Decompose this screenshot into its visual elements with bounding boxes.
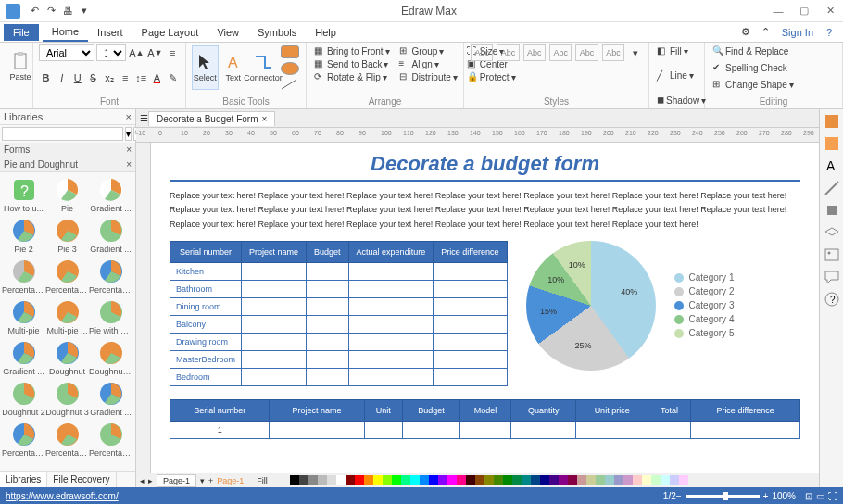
status-url[interactable]: https://www.edrawsoft.com/	[6, 491, 119, 501]
prev-page-icon[interactable]: ◂	[140, 476, 145, 485]
shape-item[interactable]: Gradient ...	[89, 215, 132, 256]
info-panel-icon[interactable]: ?	[824, 291, 840, 308]
color-swatch[interactable]	[336, 475, 346, 485]
comment-panel-icon[interactable]	[824, 269, 840, 285]
shape-item[interactable]: Gradient ...	[89, 174, 132, 215]
ellipse-shape[interactable]	[281, 62, 299, 75]
libraries-close-icon[interactable]: ×	[126, 111, 132, 122]
line-panel-icon[interactable]	[824, 180, 840, 196]
qat-more-icon[interactable]: ▾	[76, 3, 93, 19]
color-swatch[interactable]	[327, 475, 336, 485]
tab-help[interactable]: Help	[306, 24, 346, 41]
style-preset-4[interactable]: Abc	[549, 44, 572, 61]
color-palette[interactable]	[290, 475, 688, 486]
shape-item[interactable]: Pie 3	[45, 215, 89, 256]
doc-tab-close-icon[interactable]: ×	[262, 114, 268, 124]
style-preset-6[interactable]: Abc	[602, 44, 624, 61]
color-swatch[interactable]	[494, 475, 503, 485]
shape-item[interactable]: Pie with H...	[89, 296, 132, 337]
distribute-button[interactable]: ⊟Distribute ▾	[397, 70, 459, 83]
shape-item[interactable]: Doughnut ...	[89, 337, 132, 378]
style-preset-1[interactable]: Abc	[471, 44, 493, 61]
font-size-select[interactable]: 10	[96, 44, 126, 61]
shape-item[interactable]: Gradient ...	[2, 337, 45, 378]
line-shape[interactable]	[280, 78, 298, 91]
shape-item[interactable]: Percentag...	[45, 419, 89, 460]
zoom-slider[interactable]	[686, 495, 760, 498]
zoom-out-icon[interactable]: −	[676, 491, 682, 501]
align-button[interactable]: ≡Align ▾	[397, 57, 459, 70]
image-panel-icon[interactable]	[824, 246, 840, 263]
color-swatch[interactable]	[670, 475, 679, 485]
tab-home[interactable]: Home	[43, 23, 88, 42]
shape-item[interactable]: Percentag...	[89, 256, 132, 296]
color-swatch[interactable]	[531, 475, 540, 485]
color-swatch[interactable]	[401, 475, 410, 485]
table-row[interactable]: MasterBedroom	[170, 350, 508, 368]
rotate-flip-button[interactable]: ⟳Rotate & Flip ▾	[312, 70, 392, 83]
fit-width-icon[interactable]: ▭	[816, 491, 824, 501]
shape-item[interactable]: Multi-pie ...	[45, 296, 89, 337]
color-swatch[interactable]	[651, 475, 661, 485]
align-left-icon[interactable]: ≡	[119, 69, 132, 86]
color-swatch[interactable]	[623, 475, 633, 485]
color-swatch[interactable]	[429, 475, 438, 485]
shape-item[interactable]: Multi-pie	[2, 296, 45, 337]
table-row[interactable]: Kitchen	[170, 262, 508, 280]
sidebar-tab-recovery[interactable]: File Recovery	[47, 472, 116, 487]
color-swatch[interactable]	[392, 475, 401, 485]
fill-panel-icon[interactable]	[824, 135, 840, 152]
tab-page-layout[interactable]: Page Layout	[132, 24, 208, 41]
color-swatch[interactable]	[614, 475, 623, 485]
undo-icon[interactable]: ↶	[26, 3, 43, 19]
tab-view[interactable]: View	[208, 24, 248, 41]
select-tool[interactable]: Select	[192, 45, 219, 90]
strike-button[interactable]: S̶	[86, 69, 100, 86]
table-row[interactable]: Dining room	[170, 297, 508, 315]
color-swatch[interactable]	[642, 475, 651, 485]
subscript-button[interactable]: x₂	[102, 69, 116, 86]
color-swatch[interactable]	[633, 475, 642, 485]
help-icon[interactable]: ?	[821, 27, 837, 38]
tab-symbols[interactable]: Symbols	[248, 24, 306, 41]
color-swatch[interactable]	[586, 475, 596, 485]
zoom-in-icon[interactable]: +	[763, 491, 769, 501]
line-button[interactable]: ╱Line ▾	[655, 69, 698, 82]
color-swatch[interactable]	[679, 475, 688, 485]
color-swatch[interactable]	[383, 475, 392, 485]
highlight-icon[interactable]: ✎	[166, 69, 180, 86]
color-swatch[interactable]	[484, 475, 494, 485]
shape-item[interactable]: Doughnut 3	[45, 378, 89, 419]
style-preset-3[interactable]: Abc	[523, 44, 546, 61]
shape-item[interactable]: Doughnut	[45, 337, 89, 378]
color-swatch[interactable]	[549, 475, 559, 485]
page-tab-1-orange[interactable]: Page-1	[217, 476, 244, 485]
shape-item[interactable]: Percentag...	[89, 419, 132, 460]
table-row[interactable]: Drawing room	[170, 333, 508, 350]
tab-list-icon[interactable]: ☰	[140, 113, 148, 123]
color-swatch[interactable]	[373, 475, 383, 485]
minimize-button[interactable]: —	[765, 0, 791, 22]
italic-button[interactable]: I	[55, 69, 69, 86]
page-tab-1[interactable]: Page-1	[157, 474, 196, 487]
color-swatch[interactable]	[503, 475, 512, 485]
close-button[interactable]: ✕	[817, 0, 843, 22]
add-page-icon[interactable]: +	[208, 476, 213, 485]
text-tool[interactable]: A Text	[220, 45, 246, 90]
color-swatch[interactable]	[364, 475, 373, 485]
detail-table[interactable]: Serial numberProject nameUnitBudgetModel…	[170, 399, 800, 439]
fill-button[interactable]: ◧Fill ▾	[655, 44, 698, 57]
sidebar-tab-libraries[interactable]: Libraries	[0, 472, 47, 487]
shape-item[interactable]: Percentag...	[2, 256, 45, 296]
connector-tool[interactable]: Connector	[248, 45, 278, 90]
color-swatch[interactable]	[410, 475, 420, 485]
bring-front-button[interactable]: ▦Bring to Front ▾	[312, 44, 392, 57]
color-swatch[interactable]	[475, 475, 484, 485]
shape-item[interactable]: Pie	[45, 174, 89, 215]
line-spacing-icon[interactable]: ↕≡	[134, 69, 148, 86]
table-row[interactable]: Bathroom	[170, 280, 508, 297]
font-color-icon[interactable]: A	[150, 69, 164, 86]
decrease-font-icon[interactable]: A▼	[146, 44, 163, 61]
color-swatch[interactable]	[290, 475, 299, 485]
increase-font-icon[interactable]: A▲	[128, 44, 145, 61]
